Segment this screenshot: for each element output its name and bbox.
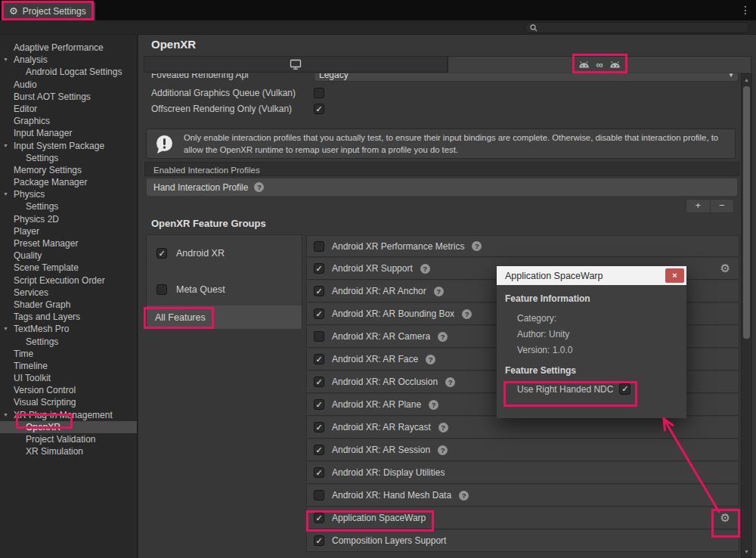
feature-settings-gear-icon[interactable]: ⚙ (720, 262, 730, 275)
sidebar-item[interactable]: ▼ OpenXR (0, 421, 137, 433)
sidebar-item[interactable]: ▼ TextMesh Pro (0, 323, 137, 335)
kebab-menu-icon[interactable]: ⋮ (740, 4, 751, 16)
sidebar-item[interactable]: ▼ Physics 2D (0, 213, 137, 225)
feature-row[interactable]: ✓ Application SpaceWarp ⚙ (306, 507, 739, 529)
feature-checkbox[interactable]: ✓ (314, 354, 324, 364)
feature-row[interactable]: ✓ Android XR: Display Utilities (306, 462, 739, 484)
feature-checkbox[interactable]: ✓ (314, 422, 324, 432)
feature-checkbox[interactable] (314, 241, 324, 252)
sidebar-item[interactable]: ▼ Script Execution Order (0, 274, 137, 287)
help-icon[interactable]: ? (429, 400, 438, 410)
sidebar-item[interactable]: ▼ Project Validation (0, 433, 137, 445)
scrollbar-thumb[interactable] (743, 86, 750, 339)
sidebar-item[interactable]: ▼ Shader Graph (0, 299, 137, 311)
sidebar-item[interactable]: ▼ Settings (0, 200, 137, 212)
sidebar-item[interactable]: ▼ Timeline (0, 360, 137, 372)
feature-checkbox[interactable]: ✓ (314, 399, 324, 410)
feature-checkbox[interactable]: ✓ (314, 535, 324, 546)
remove-profile-button[interactable]: − (711, 200, 734, 212)
sidebar-item[interactable]: ▼ Settings (0, 152, 137, 164)
sidebar-item[interactable]: ▼ Version Control (0, 384, 137, 396)
vertical-scrollbar[interactable]: ▲ ▼ (741, 73, 752, 558)
sidebar-item[interactable]: ▼ Preset Manager (0, 237, 137, 250)
feature-row[interactable]: Android XR: Hand Mesh Data ? (306, 485, 739, 507)
feature-checkbox[interactable] (314, 331, 324, 342)
feature-checkbox[interactable] (314, 490, 324, 501)
sidebar-item-label: Quality (14, 250, 42, 261)
sidebar-item[interactable]: ▼ Scene Template (0, 262, 137, 274)
sidebar-item[interactable]: ▼ XR Plug-in Management (0, 409, 137, 421)
sidebar-item[interactable]: ▼ XR Simulation (0, 445, 137, 457)
android-xr-group-checkbox[interactable]: ✓ (156, 248, 167, 259)
feature-checkbox[interactable]: ✓ (314, 445, 324, 455)
sidebar-item[interactable]: ▼ Audio (0, 79, 137, 91)
hand-interaction-profile-row[interactable]: Hand Interaction Profile ? (147, 178, 737, 196)
sidebar-item[interactable]: ▼ Visual Scripting (0, 396, 137, 408)
foldout-icon[interactable]: ▼ (3, 188, 8, 200)
sidebar-item[interactable]: ▼ Input Manager (0, 127, 137, 139)
feature-checkbox[interactable]: ✓ (314, 308, 324, 319)
foldout-icon[interactable]: ▼ (3, 409, 8, 421)
graphics-queue-checkbox[interactable] (314, 88, 324, 98)
sidebar-item[interactable]: ▼ Quality (0, 250, 137, 262)
help-icon[interactable]: ? (434, 287, 444, 296)
scroll-down-arrow[interactable]: ▼ (742, 549, 751, 554)
meta-quest-group-checkbox[interactable] (156, 284, 167, 295)
sidebar-item[interactable]: ▼ Android Logcat Settings (0, 66, 137, 78)
feature-row[interactable]: ✓ Android XR: AR Raycast ? (306, 417, 739, 439)
sidebar-item[interactable]: ▼ Input System Package (0, 140, 137, 152)
help-icon[interactable]: ? (438, 332, 448, 342)
foldout-icon[interactable]: ▼ (3, 140, 8, 152)
help-icon[interactable]: ? (420, 264, 430, 274)
sidebar-item[interactable]: ▼ Physics (0, 188, 137, 200)
group-meta-quest[interactable]: Meta Quest (147, 281, 302, 299)
sidebar-item[interactable]: ▼ Settings (0, 336, 137, 348)
feature-checkbox[interactable]: ✓ (314, 377, 324, 387)
all-features-item[interactable]: All Features (147, 305, 302, 329)
sidebar-item[interactable]: ▼ Burst AOT Settings (0, 91, 137, 103)
add-profile-button[interactable]: + (686, 200, 711, 212)
feature-checkbox[interactable]: ✓ (314, 513, 324, 523)
feature-row[interactable]: Android XR Performance Metrics ? (306, 235, 739, 257)
offscreen-rendering-label: Offscreen Rendering Only (Vulkan) (151, 101, 292, 116)
search-box[interactable] (525, 22, 750, 33)
tab-desktop[interactable] (144, 56, 448, 73)
help-icon[interactable]: ? (462, 309, 472, 319)
project-settings-tab[interactable]: ⚙ Project Settings (3, 2, 95, 20)
scroll-up-arrow[interactable]: ▲ (742, 77, 751, 82)
help-icon[interactable]: ? (426, 355, 435, 364)
help-icon[interactable]: ? (438, 445, 448, 455)
help-icon[interactable]: ? (254, 182, 264, 192)
sidebar-item[interactable]: ▼ Time (0, 348, 137, 360)
help-icon[interactable]: ? (445, 377, 455, 387)
tab-android[interactable]: ∞ (448, 56, 751, 73)
help-icon[interactable]: ? (472, 241, 482, 251)
sidebar-item[interactable]: ▼ Graphics (0, 115, 137, 127)
feature-checkbox[interactable]: ✓ (314, 467, 324, 478)
sidebar-item[interactable]: ▼ Adaptive Performance (0, 42, 137, 54)
foldout-icon[interactable]: ▼ (3, 54, 8, 66)
feature-settings-gear-icon[interactable]: ⚙ (720, 511, 730, 525)
sidebar-item[interactable]: ▼ Services (0, 287, 137, 299)
sidebar-item[interactable]: ▼ Player (0, 225, 137, 237)
sidebar-item[interactable]: ▼ Tags and Layers (0, 311, 137, 323)
close-icon[interactable]: × (665, 268, 684, 283)
sidebar-item[interactable]: ▼ Analysis (0, 54, 137, 66)
search-input[interactable] (541, 23, 745, 33)
help-icon[interactable]: ? (459, 491, 469, 501)
feature-checkbox[interactable]: ✓ (314, 286, 324, 296)
sidebar-item[interactable]: ▼ Editor (0, 103, 137, 115)
sidebar-item[interactable]: ▼ Package Manager (0, 176, 137, 188)
group-android-xr[interactable]: ✓ Android XR (147, 244, 302, 262)
help-icon[interactable]: ? (438, 423, 448, 432)
offscreen-rendering-checkbox[interactable]: ✓ (314, 104, 324, 114)
feature-row[interactable]: ✓ Composition Layers Support (306, 530, 739, 552)
sidebar-item-label: Services (14, 287, 48, 298)
feature-checkbox[interactable]: ✓ (314, 263, 324, 274)
foldout-icon[interactable]: ▼ (3, 323, 8, 335)
use-right-handed-ndc-checkbox[interactable]: ✓ (619, 383, 631, 395)
sidebar-item[interactable]: ▼ UI Toolkit (0, 372, 137, 384)
sidebar-item[interactable]: ▼ Memory Settings (0, 164, 137, 176)
feature-row[interactable]: ✓ Android XR: AR Session ? (306, 439, 739, 461)
foveated-rendering-dropdown[interactable]: Legacy ▼ (314, 73, 739, 82)
